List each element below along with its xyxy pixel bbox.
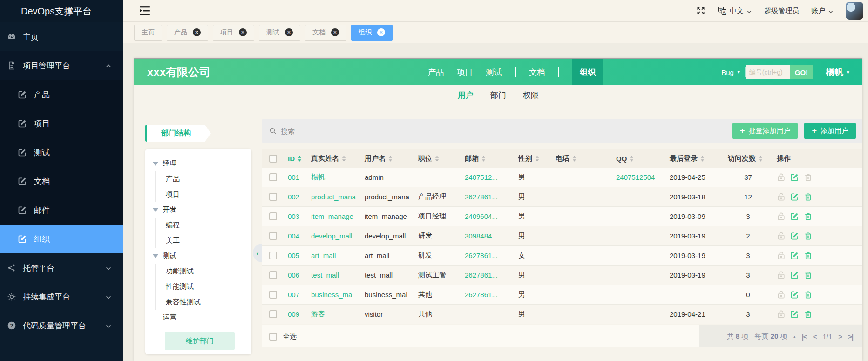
row-checkbox[interactable] — [269, 232, 277, 240]
tree-expand-icon[interactable] — [153, 162, 158, 166]
table-search-input[interactable] — [281, 127, 732, 135]
col-lastlogin[interactable]: 最后登录 — [666, 154, 724, 163]
lock-icon[interactable] — [777, 251, 786, 260]
lock-icon[interactable] — [777, 271, 786, 279]
cell-realname[interactable]: art_mall — [307, 252, 361, 259]
subnav-permissions[interactable]: 权限 — [523, 90, 539, 101]
row-checkbox[interactable] — [269, 310, 277, 318]
user-menu[interactable]: 楊帆 ▼ — [826, 66, 850, 78]
per-page[interactable]: 每页 20 项 — [755, 332, 787, 341]
col-username[interactable]: 用户名 — [361, 154, 414, 163]
col-realname[interactable]: 真实姓名 — [307, 154, 361, 163]
add-user-button[interactable]: +添加用户 — [804, 123, 856, 139]
row-checkbox[interactable] — [269, 271, 277, 279]
nav-test[interactable]: 测试 — [486, 67, 502, 78]
fullscreen-icon[interactable] — [696, 6, 705, 15]
tree-leaf[interactable]: 产品 — [166, 171, 247, 187]
header-checkbox[interactable] — [269, 155, 277, 163]
sidebar-item-doc[interactable]: 文档 — [0, 167, 123, 196]
row-checkbox[interactable] — [269, 252, 277, 259]
cell-realname[interactable]: item_manage — [307, 212, 361, 220]
cell-email[interactable]: 2627861... — [461, 193, 515, 201]
per-page-caret-icon[interactable]: ▴ — [793, 334, 796, 339]
edit-icon[interactable] — [790, 173, 799, 182]
sidebar-item-organization[interactable]: 组织 — [0, 225, 123, 253]
sidebar-group-ci[interactable]: 持续集成平台 — [0, 282, 123, 311]
table-row[interactable]: 001 楊帆 admin 2407512... 男 2407512504 201… — [262, 168, 862, 187]
lock-icon[interactable] — [777, 290, 786, 299]
sidebar-item-project[interactable]: 项目 — [0, 109, 123, 138]
cell-email[interactable]: 2409604... — [461, 212, 515, 220]
table-row[interactable]: 005 art_mall art_mall 研发 2627861... 女 20… — [262, 246, 862, 266]
row-checkbox[interactable] — [269, 212, 277, 220]
tree-leaf[interactable]: 美工 — [166, 233, 247, 248]
cell-id[interactable]: 007 — [284, 291, 307, 299]
cell-id[interactable]: 001 — [284, 173, 307, 181]
tab-test[interactable]: 测试✕ — [259, 25, 300, 41]
cell-id[interactable]: 002 — [284, 193, 307, 201]
search-category-select[interactable]: Bug ▼ — [717, 67, 746, 77]
sidebar-item-mail[interactable]: 邮件 — [0, 196, 123, 225]
col-email[interactable]: 邮箱 — [461, 154, 515, 163]
panel-collapse-handle[interactable]: ‹ — [253, 244, 262, 262]
table-row[interactable]: 002 product_mana product_mana 产品经理 26278… — [262, 187, 862, 207]
cell-email[interactable]: 2627861... — [461, 291, 515, 299]
tab-doc[interactable]: 文档✕ — [305, 25, 346, 41]
trash-icon[interactable] — [804, 251, 813, 260]
sidebar-group-quality[interactable]: ? 代码质量管理平台 — [0, 311, 123, 340]
table-row[interactable]: 007 business_ma business_mal 其他 2627861.… — [262, 285, 862, 305]
header-search-input[interactable] — [746, 65, 790, 79]
tree-node-dev[interactable]: 开发 — [153, 202, 247, 218]
tab-organization[interactable]: 组织✕ — [351, 25, 393, 41]
col-position[interactable]: 职位 — [414, 154, 461, 163]
cell-id[interactable]: 009 — [284, 310, 307, 318]
cell-email[interactable]: 2627861... — [461, 271, 515, 279]
col-gender[interactable]: 性别 — [515, 154, 552, 163]
edit-icon[interactable] — [790, 290, 799, 299]
tree-leaf[interactable]: 编程 — [166, 218, 247, 233]
cell-email[interactable]: 2627861... — [461, 252, 515, 259]
col-qq[interactable]: QQ — [612, 155, 666, 163]
edit-icon[interactable] — [790, 271, 799, 279]
account-menu[interactable]: 账户 — [811, 7, 834, 15]
table-row[interactable]: 003 item_manage item_manage 项目经理 2409604… — [262, 207, 862, 226]
sidebar-item-test[interactable]: 测试 — [0, 138, 123, 167]
close-icon[interactable]: ✕ — [285, 28, 293, 36]
batch-add-user-button[interactable]: +批量添加用户 — [732, 123, 798, 139]
col-visits[interactable]: 访问次数 — [724, 154, 773, 163]
cell-id[interactable]: 005 — [284, 252, 307, 259]
cell-email[interactable]: 3098484... — [461, 232, 515, 240]
cell-realname[interactable]: develop_mall — [307, 232, 361, 240]
tree-expand-icon[interactable] — [153, 254, 158, 258]
sidebar-group-hosting[interactable]: 托管平台 — [0, 253, 123, 282]
tree-node-ops[interactable]: 运营 — [153, 310, 247, 325]
sidebar-item-product[interactable]: 产品 — [0, 80, 123, 109]
edit-icon[interactable] — [790, 310, 799, 319]
subnav-users[interactable]: 用户 — [458, 90, 474, 101]
sidebar-item-home[interactable]: 主页 — [0, 22, 123, 51]
close-icon[interactable]: ✕ — [239, 28, 247, 36]
cell-email[interactable]: 2407512... — [461, 173, 515, 181]
lock-icon[interactable] — [777, 192, 786, 201]
lock-icon[interactable] — [777, 173, 786, 182]
edit-icon[interactable] — [790, 212, 799, 221]
go-button[interactable]: GO! — [790, 65, 813, 79]
cell-qq[interactable]: 2407512504 — [612, 173, 666, 181]
tree-leaf[interactable]: 兼容性测试 — [166, 294, 247, 310]
tab-project[interactable]: 项目✕ — [213, 25, 254, 41]
nav-project[interactable]: 项目 — [457, 67, 473, 78]
edit-icon[interactable] — [790, 192, 799, 201]
last-page-icon[interactable]: >| — [848, 333, 853, 341]
row-checkbox[interactable] — [269, 173, 277, 181]
cell-realname[interactable]: test_mall — [307, 271, 361, 279]
tree-leaf[interactable]: 项目 — [166, 187, 247, 202]
cell-realname[interactable]: 游客 — [307, 310, 361, 319]
avatar[interactable] — [846, 2, 863, 20]
tree-leaf[interactable]: 性能测试 — [166, 279, 247, 294]
trash-icon[interactable] — [804, 192, 813, 201]
row-checkbox[interactable] — [269, 291, 277, 299]
cell-realname[interactable]: 楊帆 — [307, 173, 361, 182]
table-row[interactable]: 009 游客 visitor 其他 男 2019-04-21 3 — [262, 305, 862, 324]
tab-home[interactable]: 主页 — [134, 25, 162, 41]
table-row[interactable]: 006 test_mall test_mall 测试主管 2627861... … — [262, 266, 862, 285]
